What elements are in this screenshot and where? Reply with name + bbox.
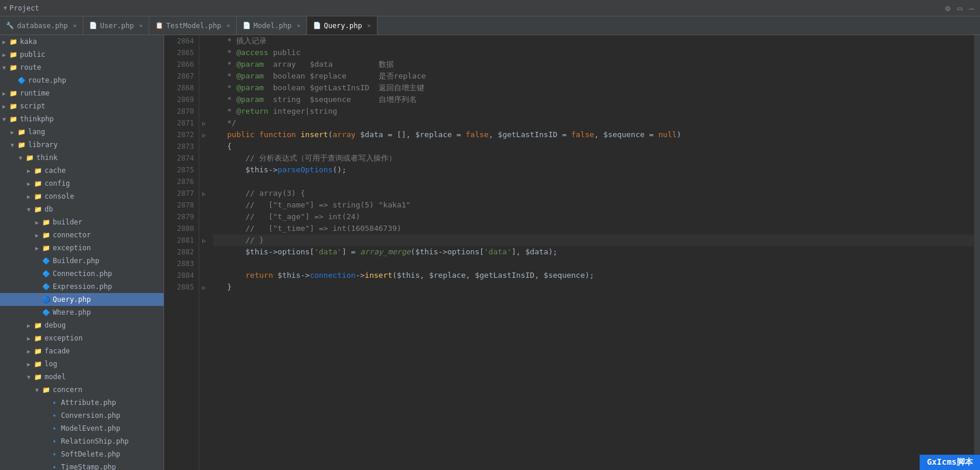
- line-number: 2872: [164, 129, 194, 141]
- sidebar-item-Query-php[interactable]: 🔵Query.php: [0, 293, 164, 306]
- line-number: 2876: [164, 176, 194, 188]
- code-line: * @return integer|string: [213, 105, 974, 117]
- sidebar-item-SoftDelete-php[interactable]: 🔹SoftDelete.php: [0, 448, 164, 461]
- sidebar-item-library[interactable]: ▼📁library: [0, 138, 164, 151]
- editor-area: 2864286528662867286828692870287128722873…: [164, 35, 980, 470]
- sidebar-item-facade[interactable]: ▶📁facade: [0, 345, 164, 357]
- tree-label: console: [45, 192, 74, 200]
- gutter-item: [199, 59, 209, 70]
- tree-label: lang: [28, 128, 45, 136]
- tab-icon-testmodel: 📋: [155, 22, 164, 29]
- tab-user[interactable]: 📄 User.php ✕: [83, 16, 149, 35]
- sidebar-item-Expression-php[interactable]: 🔷Expression.php: [0, 280, 164, 293]
- tree-file-icon: 📁: [34, 373, 42, 381]
- tree-label: route: [20, 63, 41, 71]
- sidebar-item-db[interactable]: ▼📁db: [0, 203, 164, 216]
- sidebar-item-Conversion-php[interactable]: 🔹Conversion.php: [0, 409, 164, 422]
- sidebar-item-runtime[interactable]: ▶📁runtime: [0, 87, 164, 100]
- sidebar-item-route-php[interactable]: 🔷route.php: [0, 74, 164, 87]
- gutter-item: [199, 141, 209, 152]
- tree-file-icon: 📁: [9, 64, 18, 71]
- tree-arrow: ▼: [19, 155, 26, 161]
- sidebar-item-think[interactable]: ▼📁think: [0, 151, 164, 164]
- tree-arrow: ▶: [27, 348, 34, 355]
- sidebar-item-concern[interactable]: ▼📁concern: [0, 383, 164, 396]
- code-line: // 分析表达式（可用于查询或者写入操作）: [213, 152, 974, 164]
- sidebar-item-Where-php[interactable]: 🔷Where.php: [0, 306, 164, 319]
- tree-label: Where.php: [53, 308, 91, 316]
- sidebar-item-debug[interactable]: ▶📁debug: [0, 319, 164, 332]
- line-number: 2878: [164, 199, 194, 211]
- gutter-item: [199, 258, 209, 270]
- tab-database[interactable]: 🔧 database.php ✕: [0, 16, 83, 35]
- tab-icon-model: 📄: [243, 22, 251, 29]
- sidebar-item-lang[interactable]: ▶📁lang: [0, 125, 164, 138]
- code-line: * @access public: [213, 47, 974, 59]
- sidebar-item-config[interactable]: ▶📁config: [0, 177, 164, 190]
- sidebar-item-Connection-php[interactable]: 🔷Connection.php: [0, 267, 164, 280]
- tree-arrow: ▶: [27, 180, 34, 187]
- tree-file-icon: 🔷: [18, 77, 26, 84]
- tree-file-icon: 🔷: [42, 283, 50, 291]
- tree-file-icon: 🔷: [42, 257, 50, 265]
- sidebar-item-ModelEvent-php[interactable]: 🔹ModelEvent.php: [0, 422, 164, 435]
- sidebar-item-RelationShip-php[interactable]: 🔹RelationShip.php: [0, 435, 164, 448]
- code-line: * 插入记录: [213, 35, 974, 47]
- tree-label: Attribute.php: [61, 399, 116, 407]
- sidebar-item-TimeStamp-php[interactable]: 🔹TimeStamp.php: [0, 461, 164, 470]
- sidebar-item-model[interactable]: ▼📁model: [0, 370, 164, 383]
- tree-file-icon: 📁: [9, 51, 18, 59]
- tree-file-icon: 📁: [34, 322, 42, 329]
- sidebar-item-kaka[interactable]: ▶📁kaka: [0, 35, 164, 48]
- sidebar-item-cache[interactable]: ▶📁cache: [0, 164, 164, 177]
- tree-file-icon: 📁: [34, 180, 42, 188]
- code-line: * @param string $sequence 自增序列名: [213, 94, 974, 105]
- tree-label: log: [45, 360, 57, 368]
- tree-label: Connection.php: [53, 270, 112, 278]
- sidebar-item-exception[interactable]: ▶📁exception: [0, 241, 164, 254]
- tree-label: debug: [45, 321, 66, 329]
- sidebar-item-console[interactable]: ▶📁console: [0, 190, 164, 203]
- tab-close-database[interactable]: ✕: [73, 22, 77, 29]
- tab-testmodel[interactable]: 📋 TestModel.php ✕: [149, 16, 237, 35]
- tab-model[interactable]: 📄 Model.php ✕: [237, 16, 307, 35]
- sidebar-item-public[interactable]: ▶📁public: [0, 48, 164, 61]
- sidebar-item-route[interactable]: ▼📁route: [0, 61, 164, 74]
- code-line: $this->parseOptions();: [213, 164, 974, 176]
- line-number: 2864: [164, 35, 194, 47]
- project-icon: ▼: [4, 5, 7, 11]
- tab-label-query: Query.php: [324, 22, 362, 30]
- sidebar-item-Attribute-php[interactable]: 🔹Attribute.php: [0, 396, 164, 409]
- line-number: 2868: [164, 82, 194, 94]
- minimize-icon[interactable]: —: [967, 2, 976, 14]
- project-dropdown[interactable]: ▼ Project: [4, 4, 39, 12]
- tab-query[interactable]: 📄 Query.php ✕: [307, 16, 377, 35]
- tree-file-icon: 🔹: [50, 412, 59, 420]
- code-content[interactable]: * 插入记录 * @access public * @param array $…: [209, 35, 974, 470]
- line-number: 2867: [164, 70, 194, 82]
- sidebar-item-builder[interactable]: ▶📁builder: [0, 216, 164, 229]
- tree-file-icon: 📁: [9, 115, 18, 123]
- tree-arrow: ▼: [35, 387, 42, 393]
- tab-close-model[interactable]: ✕: [297, 22, 301, 29]
- gutter-item: [199, 223, 209, 234]
- scrollbar[interactable]: [974, 35, 980, 470]
- gutter-item: ▷: [199, 129, 209, 141]
- top-bar-left: ▼ Project: [4, 4, 39, 12]
- tree-arrow: ▶: [2, 90, 9, 97]
- settings-icon[interactable]: ⚙: [943, 2, 952, 14]
- gutter-item: [199, 82, 209, 94]
- layout-icon[interactable]: ▭: [955, 2, 964, 14]
- tree-label: route.php: [28, 76, 66, 84]
- tab-close-user[interactable]: ✕: [139, 22, 143, 29]
- line-number: 2875: [164, 164, 194, 176]
- sidebar-item-thinkphp[interactable]: ▼📁thinkphp: [0, 113, 164, 125]
- sidebar-item-script[interactable]: ▶📁script: [0, 100, 164, 113]
- tab-close-testmodel[interactable]: ✕: [226, 22, 230, 29]
- sidebar-item-connector[interactable]: ▶📁connector: [0, 229, 164, 241]
- main-layout: ▶📁kaka▶📁public▼📁route🔷route.php▶📁runtime…: [0, 35, 980, 470]
- sidebar-item-Builder-php[interactable]: 🔷Builder.php: [0, 254, 164, 267]
- sidebar-item-log[interactable]: ▶📁log: [0, 357, 164, 370]
- sidebar-item-exception[interactable]: ▶📁exception: [0, 332, 164, 345]
- tab-close-query[interactable]: ✕: [368, 22, 371, 29]
